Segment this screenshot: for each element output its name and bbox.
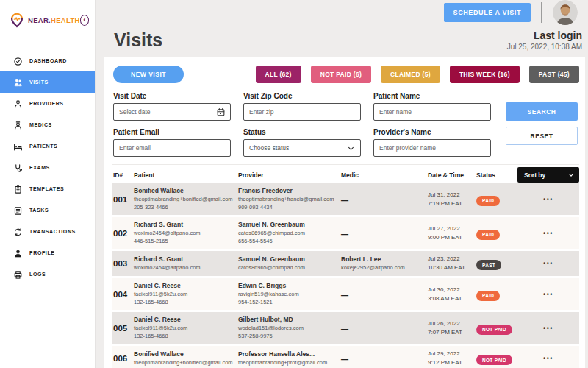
row-menu-icon[interactable]: ••• bbox=[543, 355, 553, 362]
medic-cell: Robert L. Leekokeje2952@altpano.com bbox=[341, 255, 428, 272]
sidebar-collapse-button[interactable]: ‹ bbox=[80, 15, 89, 26]
medic-cell: — bbox=[341, 193, 428, 206]
field-visit-zip-code: Visit Zip Code bbox=[243, 92, 361, 121]
actions-cell: ••• bbox=[517, 260, 579, 267]
sidebar-item-templates[interactable]: TEMPLATES bbox=[0, 178, 95, 199]
transactions-icon bbox=[13, 227, 23, 236]
filter-area: Visit DateVisit Zip CodePatient NamePati… bbox=[112, 92, 579, 157]
patient-email-input-box bbox=[113, 139, 231, 157]
filter-tab-not-paid-6[interactable]: NOT PAID (6) bbox=[311, 66, 371, 83]
patient-phone: 205-323-4466 bbox=[134, 203, 235, 211]
actions-cell: ••• bbox=[517, 291, 579, 298]
provider-s-name-input[interactable] bbox=[374, 140, 490, 156]
patient-email: woximo2454@altpano.com bbox=[134, 229, 235, 237]
column-header-date-time: Date & Time bbox=[428, 171, 476, 179]
main-area: SCHEDULE A VISIT Visits Last login Jul 2… bbox=[96, 0, 588, 368]
tasks-icon bbox=[13, 205, 23, 215]
actions-row: NEW VISIT ALL (62)NOT PAID (6)CLAIMED (5… bbox=[112, 66, 579, 83]
sidebar-item-label: LOGS bbox=[29, 272, 46, 277]
patient-email-input[interactable] bbox=[114, 140, 230, 156]
patient-email: facixol911@5k2u.com bbox=[134, 324, 235, 332]
sort-by-label: Sort by bbox=[524, 171, 545, 179]
sidebar-item-dashboard[interactable]: DASHBOARD bbox=[0, 50, 95, 71]
field-label-patient-email: Patient Email bbox=[113, 128, 231, 136]
brand-name-secondary: HEALTH bbox=[51, 16, 80, 24]
schedule-visit-button[interactable]: SCHEDULE A VISIT bbox=[444, 3, 531, 22]
sidebar-item-label: EXAMS bbox=[29, 165, 50, 170]
new-visit-button[interactable]: NEW VISIT bbox=[113, 66, 184, 83]
medic-cell: — bbox=[341, 352, 428, 365]
field-label-patient-name: Patient Name bbox=[373, 92, 491, 100]
sidebar-item-medics[interactable]: MEDICS bbox=[0, 114, 95, 135]
sidebar: NEAR.HEALTH ‹ DASHBOARDVISITSPROVIDERSME… bbox=[0, 0, 96, 368]
provider-name: Samuel N. Greenbaum bbox=[238, 255, 338, 263]
row-menu-icon[interactable]: ••• bbox=[543, 325, 553, 332]
sidebar-item-transactions[interactable]: TRANSACTIONS bbox=[0, 221, 95, 242]
field-patient-email: Patient Email bbox=[113, 128, 231, 157]
patient-cell: Bonified Wallacetheoptimabranding+bonifi… bbox=[134, 187, 238, 211]
field-provider-s-name: Provider's Name bbox=[373, 128, 491, 157]
row-menu-icon[interactable]: ••• bbox=[543, 260, 553, 267]
provider-email: catos86965@chimpad.com bbox=[238, 229, 338, 237]
patient-name-input[interactable] bbox=[374, 104, 490, 120]
patient-name: Bonified Wallace bbox=[134, 350, 235, 358]
patient-name: Daniel C. Reese bbox=[134, 282, 235, 290]
sidebar-item-tasks[interactable]: TASKS bbox=[0, 199, 95, 221]
user-avatar[interactable] bbox=[553, 0, 578, 25]
status-badge: PAID bbox=[476, 291, 500, 301]
status-cell: NOT PAID bbox=[476, 352, 517, 366]
table-header-row: ID#PatientProviderMedicDate & TimeStatus… bbox=[112, 164, 579, 183]
filter-tab-all-62[interactable]: ALL (62) bbox=[256, 66, 301, 83]
row-menu-icon[interactable]: ••• bbox=[543, 196, 553, 203]
provider-email: wodelad151@lodores.com bbox=[238, 324, 338, 332]
sidebar-item-logs[interactable]: LOGS bbox=[0, 263, 95, 285]
visit-date-input[interactable] bbox=[114, 104, 230, 120]
sidebar-item-providers[interactable]: PROVIDERS bbox=[0, 93, 95, 114]
calendar-icon[interactable] bbox=[216, 107, 226, 116]
last-login-value: Jul 25, 2022, 10:38 AM bbox=[507, 43, 582, 51]
status-select[interactable]: Choose status bbox=[244, 144, 289, 152]
field-patient-name: Patient Name bbox=[373, 92, 491, 121]
visit-time: 7:07 PM EAT bbox=[428, 328, 476, 337]
search-button[interactable]: SEARCH bbox=[506, 102, 578, 121]
column-header-provider: Provider bbox=[238, 171, 341, 179]
visit-zip-code-input[interactable] bbox=[244, 104, 360, 120]
patient-cell: Daniel C. Reesefacixol911@5k2u.com132-16… bbox=[134, 282, 238, 306]
status-badge: PAST bbox=[476, 260, 501, 270]
filter-grid: Visit DateVisit Zip CodePatient NamePati… bbox=[113, 92, 495, 157]
patient-name: Richard S. Grant bbox=[134, 221, 235, 229]
last-login-label: Last login bbox=[507, 29, 582, 41]
reset-button[interactable]: RESET bbox=[506, 127, 578, 145]
visit-date: Jul 31, 2022 bbox=[428, 191, 476, 199]
row-menu-icon[interactable]: ••• bbox=[543, 291, 553, 298]
visit-id: 002 bbox=[113, 229, 134, 238]
actions-cell: ••• bbox=[517, 196, 579, 203]
visit-row-004: 004Daniel C. Reesefacixol911@5k2u.com132… bbox=[112, 278, 579, 310]
sidebar-item-label: TRANSACTIONS bbox=[29, 229, 76, 234]
patients-icon bbox=[13, 141, 23, 151]
visit-id: 001 bbox=[113, 195, 134, 204]
patient-cell: Richard S. Grantwoximo2454@altpano.com44… bbox=[134, 221, 238, 245]
sidebar-item-label: DASHBOARD bbox=[29, 58, 67, 63]
provider-phone: 537-258-9975 bbox=[238, 332, 338, 340]
sidebar-item-exams[interactable]: EXAMS bbox=[0, 157, 95, 178]
visit-row-003: 003Richard S. Grantwoximo2454@altpano.co… bbox=[112, 251, 579, 276]
sidebar-item-profile[interactable]: PROFILE bbox=[0, 242, 95, 263]
provider-cell: Edwin C. Briggsravigin519@kahase.com954-… bbox=[238, 282, 341, 306]
medic-cell: — bbox=[341, 227, 428, 240]
sort-by-dropdown[interactable]: Sort by bbox=[517, 167, 579, 183]
row-menu-icon[interactable]: ••• bbox=[543, 230, 553, 237]
visit-date: Jul 30, 2022 bbox=[428, 286, 476, 294]
date-time-cell: Jul 27, 20229:00 PM EAT bbox=[428, 224, 476, 242]
filter-tab-claimed-5[interactable]: CLAIMED (5) bbox=[381, 66, 440, 83]
patient-phone: 446-515-2165 bbox=[134, 237, 235, 245]
provider-email: ravigin519@kahase.com bbox=[238, 290, 338, 298]
filter-tab-this-week-16[interactable]: THIS WEEK (16) bbox=[450, 66, 520, 83]
patient-name: Daniel C. Reese bbox=[134, 316, 235, 324]
medic-cell: — bbox=[341, 322, 428, 335]
sidebar-item-patients[interactable]: PATIENTS bbox=[0, 135, 95, 157]
page-title: Visits bbox=[114, 29, 162, 51]
provider-cell: Francis Freedovertheoptimabranding+franc… bbox=[238, 187, 341, 211]
filter-tab-past-45[interactable]: PAST (45) bbox=[529, 66, 579, 83]
sidebar-item-visits[interactable]: VISITS bbox=[0, 71, 95, 93]
